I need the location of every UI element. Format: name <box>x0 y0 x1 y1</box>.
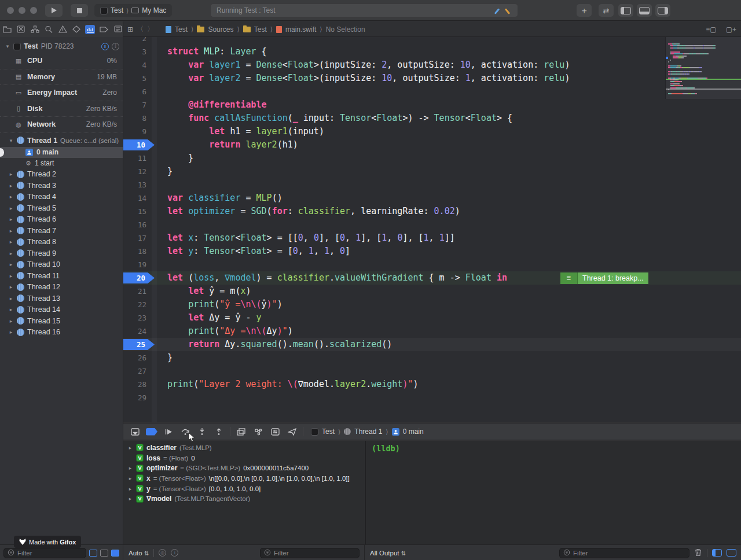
sidebar-thread-3[interactable]: ▸Thread 3 <box>0 180 123 191</box>
gauge-energy[interactable]: ▭ Energy Impact Zero <box>0 85 123 101</box>
disclosure-triangle[interactable]: ▸ <box>8 239 14 245</box>
navigator-filter-field[interactable]: Filter <box>3 548 86 558</box>
code-line-14[interactable]: 14var classifier = MLP() <box>123 191 741 205</box>
code-line-7[interactable]: 7 @differentiable <box>123 98 741 112</box>
code-line-16[interactable]: 16 <box>123 218 741 231</box>
disclosure-triangle[interactable]: ▸ <box>127 486 133 492</box>
gauge-disk[interactable]: ▯ Disk Zero KB/s <box>0 101 123 117</box>
stop-button[interactable] <box>71 4 88 17</box>
code-line-26[interactable]: 26} <box>123 351 741 364</box>
disclosure-triangle[interactable]: ▸ <box>127 465 133 471</box>
related-items-icon[interactable]: ⊞ <box>127 25 133 34</box>
forward-button[interactable]: 〉 <box>147 24 154 34</box>
view-mode-icon[interactable]: ⫿ <box>112 43 119 50</box>
debug-memory-graph-button[interactable] <box>252 426 264 437</box>
stack-frame-0-main[interactable]: 0 main <box>0 147 123 158</box>
filter-running-icon[interactable] <box>89 550 97 557</box>
line-number[interactable]: 23 <box>123 311 150 325</box>
code-line-4[interactable]: 4 var layer1 = Dense<Float>(inputSize: 2… <box>123 58 741 72</box>
sidebar-thread-4[interactable]: ▸Thread 4 <box>0 191 123 203</box>
disclosure-triangle[interactable]: ▸ <box>8 284 14 290</box>
line-number[interactable]: 28 <box>123 378 150 391</box>
console-view[interactable]: (lldb) <box>365 441 741 544</box>
code-line-2[interactable]: 2 <box>123 37 741 45</box>
continue-button[interactable] <box>163 426 174 437</box>
line-number[interactable]: 24 <box>123 325 150 338</box>
environment-overrides-button[interactable] <box>269 426 281 437</box>
crumb-target[interactable]: Test <box>322 428 335 436</box>
disclosure-triangle[interactable]: ▸ <box>8 318 14 324</box>
badge-jump-button[interactable]: = <box>560 272 578 284</box>
toggle-variables-view-button[interactable] <box>712 549 722 557</box>
crumb-frame[interactable]: 0 main <box>403 428 424 436</box>
find-navigator-tab[interactable] <box>44 25 54 34</box>
disclosure-triangle[interactable]: ▸ <box>8 205 14 211</box>
disclosure-triangle[interactable]: ▸ <box>8 194 14 200</box>
line-number[interactable]: 18 <box>123 245 150 258</box>
code-line-11[interactable]: 11 } <box>123 152 741 165</box>
line-number[interactable]: 11 <box>123 152 150 165</box>
sidebar-thread-16[interactable]: ▸Thread 16 <box>0 327 123 338</box>
editor-minimap[interactable] <box>665 37 741 99</box>
filter-view-mode-icon[interactable] <box>111 550 119 557</box>
breakpoint-marker[interactable]: 10 <box>123 139 155 150</box>
variable-row-y[interactable]: ▸Vy= (Tensor<Float>)[0.0, 1.0, 1.0, 0.0] <box>123 484 365 494</box>
thread-1-row[interactable]: ▾ Thread 1 Queue: c...d (serial) <box>0 134 123 147</box>
minimize-window-button[interactable] <box>19 7 25 14</box>
crumb-thread[interactable]: Thread 1 <box>354 428 382 436</box>
sidebar-thread-8[interactable]: ▸Thread 8 <box>0 237 123 248</box>
code-line-3[interactable]: 3struct MLP: Layer { <box>123 45 741 58</box>
sidebar-thread-9[interactable]: ▸Thread 9 <box>0 248 123 259</box>
step-into-button[interactable] <box>196 426 208 437</box>
code-line-9[interactable]: 9 let h1 = layer1(input) <box>123 125 741 138</box>
line-number[interactable]: 27 <box>123 364 150 378</box>
add-editor-icon[interactable]: ▢+ <box>726 25 736 34</box>
console-filter-field[interactable]: Filter <box>559 548 689 558</box>
disclosure-triangle[interactable]: ▸ <box>8 261 14 267</box>
disclosure-triangle[interactable]: ▸ <box>8 296 14 301</box>
line-number[interactable]: 19 <box>123 258 150 271</box>
line-number[interactable]: 12 <box>123 165 150 178</box>
line-number[interactable]: 16 <box>123 218 150 231</box>
code-line-23[interactable]: 23 let Δy = ŷ - y <box>123 311 741 325</box>
line-number[interactable]: 14 <box>123 191 150 205</box>
sidebar-thread-14[interactable]: ▸Thread 14 <box>0 304 123 316</box>
variable-row-loss[interactable]: Vloss= (Float)0 <box>123 453 365 463</box>
test-navigator-tab[interactable] <box>71 25 81 34</box>
process-row[interactable]: ▾ Test PID 78223 ‖ ⫿ <box>0 37 123 53</box>
show-location-icon[interactable]: ◎ <box>159 549 166 557</box>
variables-filter-field[interactable]: Filter <box>260 548 360 558</box>
disclosure-triangle[interactable]: ▸ <box>127 476 133 481</box>
code-line-12[interactable]: 12} <box>123 165 741 178</box>
jump-path-project[interactable]: Test <box>175 25 188 34</box>
variables-view[interactable]: ▸Vclassifier(Test.MLP)Vloss= (Float)0▸Vo… <box>123 441 365 544</box>
code-line-22[interactable]: 22 print("ŷ =\n\(ŷ)") <box>123 298 741 311</box>
clear-console-button[interactable] <box>694 548 702 558</box>
line-number[interactable]: 22 <box>123 298 150 311</box>
code-line-25[interactable]: 25 return Δy.squared().mean().scalarized… <box>123 338 741 351</box>
disclosure-triangle[interactable]: ▸ <box>8 273 14 279</box>
sidebar-thread-11[interactable]: ▸Thread 11 <box>0 270 123 282</box>
line-number[interactable]: 4 <box>123 58 150 72</box>
gauge-network[interactable]: ◍ Network Zero KB/s <box>0 117 123 133</box>
run-button[interactable] <box>45 4 63 17</box>
symbol-navigator-tab[interactable] <box>30 25 40 34</box>
line-number[interactable]: 13 <box>123 178 150 191</box>
code-line-19[interactable]: 19 <box>123 258 741 271</box>
line-number[interactable]: 2 <box>123 37 150 45</box>
variables-scope-dropdown[interactable]: Auto ⇅ <box>129 550 149 557</box>
code-line-10[interactable]: 10 return layer2(h1) <box>123 138 741 152</box>
toggle-navigator-button[interactable] <box>618 4 633 17</box>
code-line-5[interactable]: 5 var layer2 = Dense<Float>(inputSize: 1… <box>123 72 741 85</box>
sidebar-thread-13[interactable]: ▸Thread 13 <box>0 293 123 304</box>
thread-breakpoint-badge[interactable]: =Thread 1: breakp... <box>560 272 648 284</box>
step-out-button[interactable] <box>213 426 225 437</box>
disclosure-triangle[interactable]: ▸ <box>8 216 14 222</box>
source-control-navigator-tab[interactable] <box>16 25 26 34</box>
code-line-15[interactable]: 15let optimizer = SGD(for: classifier, l… <box>123 205 741 218</box>
toggle-debug-area-button[interactable] <box>637 4 652 17</box>
gauge-cpu[interactable]: ▦ CPU 0% <box>0 53 123 69</box>
code-line-6[interactable]: 6 <box>123 85 741 98</box>
sidebar-thread-7[interactable]: ▸Thread 7 <box>0 225 123 237</box>
report-navigator-tab[interactable] <box>113 25 123 34</box>
